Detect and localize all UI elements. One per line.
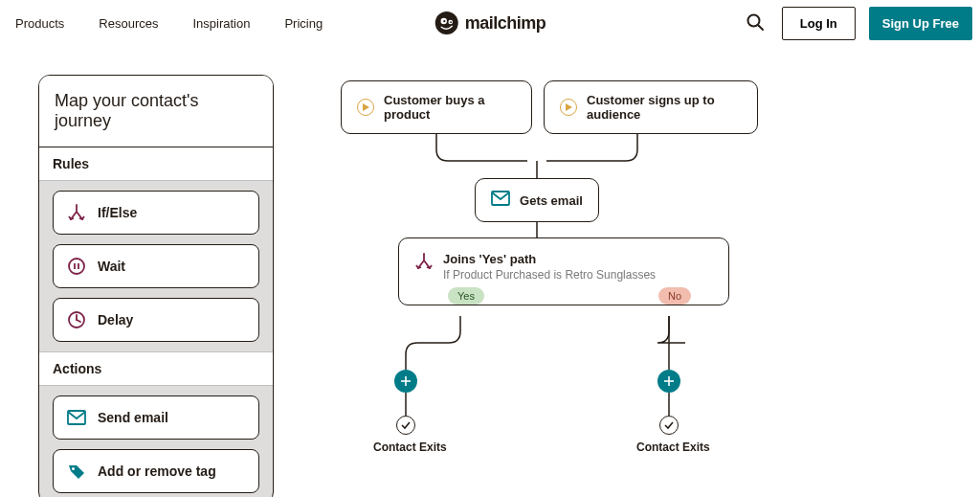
login-button[interactable]: Log In <box>782 7 856 40</box>
branch-subtitle: If Product Purchased is Retro Sunglasses <box>443 268 656 282</box>
action-send-email[interactable]: Send email <box>53 395 259 440</box>
monkey-icon <box>434 11 459 35</box>
exit-label-no: Contact Exits <box>636 441 710 454</box>
svg-line-6 <box>758 25 763 30</box>
node-label: Gets email <box>520 193 583 208</box>
pill-no: No <box>658 287 691 305</box>
rule-wait[interactable]: Wait <box>53 244 259 288</box>
exit-label-yes: Contact Exits <box>373 441 447 454</box>
add-step-yes[interactable] <box>394 370 417 393</box>
exit-check-yes <box>396 416 415 435</box>
node-label: Customer signs up to audience <box>587 93 742 122</box>
svg-point-4 <box>450 21 452 23</box>
tag-icon <box>67 462 86 481</box>
nav-resources[interactable]: Resources <box>99 16 158 31</box>
brand-logo[interactable]: mailchimp <box>434 11 546 35</box>
actions-list: Send email Add or remove tag <box>39 386 273 497</box>
play-icon <box>357 99 374 116</box>
action-tag[interactable]: Add or remove tag <box>53 449 259 493</box>
primary-nav: Products Resources Inspiration Pricing <box>15 16 323 31</box>
mail-icon <box>491 191 510 210</box>
svg-point-5 <box>747 14 759 26</box>
step-gets-email[interactable]: Gets email <box>475 178 599 222</box>
card-label: Delay <box>98 312 133 328</box>
add-step-no[interactable] <box>657 370 680 393</box>
mail-icon <box>67 408 86 427</box>
rule-ifelse[interactable]: If/Else <box>53 191 259 235</box>
plus-icon <box>663 375 675 387</box>
rules-list: If/Else Wait Delay <box>39 181 273 351</box>
search-button[interactable] <box>742 9 768 38</box>
rules-header: Rules <box>39 147 273 181</box>
rule-delay[interactable]: Delay <box>53 298 259 342</box>
svg-point-7 <box>69 259 84 274</box>
exit-check-no <box>659 416 679 435</box>
svg-marker-15 <box>363 103 369 111</box>
check-icon <box>663 419 675 431</box>
signup-button[interactable]: Sign Up Free <box>869 7 972 40</box>
svg-point-14 <box>72 467 75 470</box>
plus-icon <box>400 375 412 387</box>
brand-name: mailchimp <box>465 13 546 34</box>
branch-icon <box>67 203 86 222</box>
trigger-buys-product[interactable]: Customer buys a product <box>341 80 532 134</box>
svg-marker-16 <box>566 103 572 111</box>
nav-pricing[interactable]: Pricing <box>284 16 323 31</box>
branch-icon <box>414 252 434 275</box>
play-icon <box>560 99 577 116</box>
actions-header: Actions <box>39 351 273 386</box>
journey-diagram: Customer buys a product Customer signs u… <box>331 75 942 486</box>
nav-inspiration[interactable]: Inspiration <box>192 16 250 31</box>
svg-line-12 <box>77 320 80 322</box>
check-icon <box>400 419 412 431</box>
branch-title: Joins 'Yes' path <box>443 252 656 266</box>
pause-icon <box>67 257 86 276</box>
journey-panel: Map your contact's journey Rules If/Else… <box>38 75 274 497</box>
svg-point-0 <box>435 11 458 34</box>
nav-products[interactable]: Products <box>15 16 64 31</box>
pill-yes: Yes <box>448 287 484 305</box>
svg-point-3 <box>443 20 445 22</box>
card-label: If/Else <box>98 205 137 220</box>
site-header: Products Resources Inspiration Pricing m… <box>0 0 980 46</box>
card-label: Wait <box>98 259 125 274</box>
card-label: Send email <box>98 410 168 425</box>
card-label: Add or remove tag <box>98 463 216 479</box>
clock-icon <box>67 310 86 329</box>
search-icon <box>746 12 765 32</box>
node-label: Customer buys a product <box>384 93 516 122</box>
trigger-signs-up[interactable]: Customer signs up to audience <box>544 80 758 134</box>
panel-title: Map your contact's journey <box>39 76 273 147</box>
